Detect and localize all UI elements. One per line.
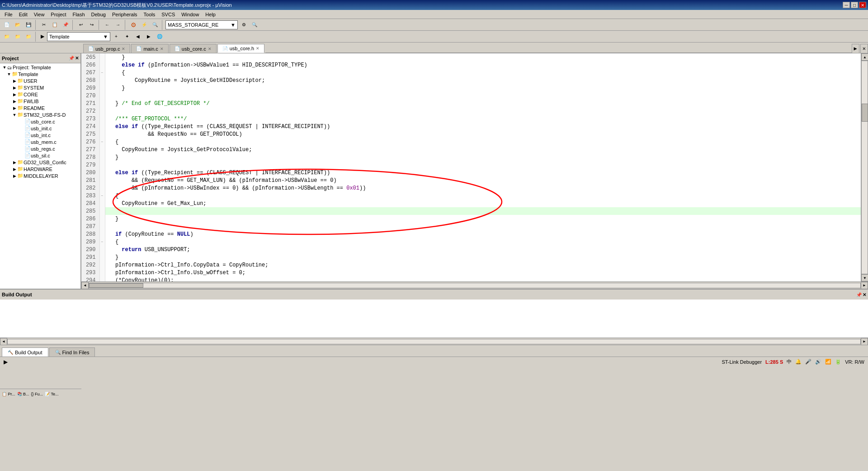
line-collapse[interactable] — [99, 115, 105, 123]
menu-view[interactable]: View — [31, 11, 47, 18]
tab-main-close[interactable]: ✕ — [160, 47, 164, 51]
line-collapse[interactable] — [99, 92, 105, 100]
tree-item-template[interactable]: ▼ 📁 Template — [1, 71, 80, 77]
menu-peripherals[interactable]: Peripherals — [109, 11, 140, 18]
line-collapse[interactable] — [99, 53, 105, 61]
bottom-pin-button[interactable]: 📌 — [856, 292, 862, 297]
menu-flash[interactable]: Flash — [70, 11, 88, 18]
line-collapse[interactable] — [99, 84, 105, 92]
bottom-close-button[interactable]: ✕ — [863, 292, 866, 297]
line-collapse[interactable] — [99, 169, 105, 176]
tree-item-gd32usb[interactable]: ▶ 📁 GD32_USB_Confic — [1, 159, 80, 166]
tab-usb-prop[interactable]: 📄 usb_prop.c ✕ — [83, 44, 130, 53]
minimize-button[interactable]: ─ — [843, 2, 850, 8]
tb2-btn3[interactable]: 📁 — [24, 32, 33, 42]
code-line[interactable] — [105, 107, 861, 115]
line-collapse[interactable] — [99, 223, 105, 230]
code-line[interactable]: else if ((Type_Recipient == (CLASS_REQUE… — [105, 169, 861, 176]
tree-expand-core[interactable]: ▶ — [12, 92, 17, 97]
tb-save[interactable]: 💾 — [24, 20, 33, 30]
close-button[interactable]: ✕ — [859, 2, 866, 8]
tree-expand-stm32usb[interactable]: ▼ — [12, 113, 17, 117]
tree-expand-project[interactable]: ▼ — [2, 65, 7, 70]
code-line[interactable]: && (pInformation->USBwIndex == 0) && (pI… — [105, 184, 861, 192]
tree-item-usb-sil-c[interactable]: 📄 usb_sil.c — [1, 152, 80, 159]
line-collapse[interactable]: − — [99, 192, 105, 200]
code-line[interactable]: { — [105, 192, 861, 200]
line-collapse[interactable] — [99, 107, 105, 115]
tree-expand-hardware[interactable]: ▶ — [12, 167, 17, 171]
tree-item-middlelayer[interactable]: ▶ 📁 MIDDLELAYER — [1, 172, 80, 179]
bottom-tab-find[interactable]: 🔍 Find In Files — [49, 347, 95, 357]
line-collapse[interactable] — [99, 76, 105, 84]
line-collapse[interactable] — [99, 184, 105, 192]
tb-search[interactable]: 🔍 — [250, 20, 259, 30]
tree-item-usb-mem-c[interactable]: 📄 usb_mem.c — [1, 138, 80, 145]
tree-item-readme[interactable]: ▶ 📁 README — [1, 105, 80, 111]
code-line[interactable]: } — [105, 215, 861, 223]
code-line[interactable]: (*CopyRoutine)(0); — [105, 276, 861, 281]
menu-debug[interactable]: Debug — [89, 11, 108, 18]
line-collapse[interactable] — [99, 207, 105, 215]
tb-load[interactable]: ⚡ — [139, 20, 149, 30]
line-collapse[interactable] — [99, 246, 105, 253]
code-line[interactable]: if (CopyRoutine == NULL) — [105, 230, 861, 238]
code-line[interactable]: return USB_UNSUPPORT; — [105, 246, 861, 253]
tree-item-hardware[interactable]: ▶ 📁 HARDWARE — [1, 166, 80, 172]
tb-debug[interactable]: 🔍 — [150, 20, 160, 30]
code-line[interactable]: CopyRoutine = Joystick_GetHIDDescriptor; — [105, 76, 861, 84]
code-line[interactable]: && (RequestNo == GET_MAX_LUN) && (pInfor… — [105, 176, 861, 184]
target-selector-1[interactable]: MASS_STORAGE_RE ▼ — [165, 20, 238, 29]
code-line[interactable] — [105, 161, 861, 169]
menu-window[interactable]: Window — [179, 11, 202, 18]
tb2-add[interactable]: + — [111, 32, 121, 42]
code-line[interactable]: CopyRoutine = Get_Max_Lun; — [105, 200, 861, 207]
scroll-track[interactable] — [861, 61, 868, 274]
tree-expand-user[interactable]: ▶ — [12, 79, 17, 83]
tree-item-usb-int-c[interactable]: 📄 usb_int.c — [1, 132, 80, 138]
bottom-hscroll-left[interactable]: ◀ — [0, 338, 7, 345]
code-line[interactable]: pInformation->Ctrl_Info.Usb_wOffset = 0; — [105, 269, 861, 276]
tab-usb-core-c[interactable]: 📄 usb_core.c ✕ — [170, 44, 217, 53]
hscroll-track[interactable] — [89, 283, 861, 288]
line-collapse[interactable] — [99, 146, 105, 153]
line-collapse[interactable] — [99, 261, 105, 269]
hscroll-thumb[interactable] — [89, 283, 143, 288]
tab-usb-core-c-close[interactable]: ✕ — [208, 47, 212, 51]
code-line[interactable] — [105, 207, 861, 215]
tb-open[interactable]: 📂 — [13, 20, 23, 30]
vertical-scrollbar[interactable]: ▲ ▼ — [861, 53, 868, 281]
tb-cut[interactable]: ✂ — [39, 20, 49, 30]
tb-redo[interactable]: ↪ — [87, 20, 97, 30]
tree-item-system[interactable]: ▶ 📁 SYSTEM — [1, 84, 80, 91]
line-collapse[interactable]: − — [99, 238, 105, 246]
code-line[interactable]: } — [105, 84, 861, 92]
tree-item-usb-init-c[interactable]: 📄 usb_init.c — [1, 125, 80, 132]
tb-build[interactable]: ⚙ — [128, 20, 138, 30]
tree-expand-middlelayer[interactable]: ▶ — [12, 174, 17, 178]
project-close-button[interactable]: ✕ — [75, 56, 79, 61]
tab-usb-core-h[interactable]: 📄 usb_core.h ✕ — [217, 44, 264, 53]
maximize-button[interactable]: □ — [851, 2, 858, 8]
line-collapse[interactable] — [99, 269, 105, 276]
line-collapse[interactable] — [99, 215, 105, 223]
tree-item-core[interactable]: ▶ 📁 CORE — [1, 91, 80, 98]
menu-tools[interactable]: Tools — [141, 11, 158, 18]
line-collapse[interactable] — [99, 100, 105, 107]
tree-expand-gd32usb[interactable]: ▶ — [12, 160, 17, 165]
code-line[interactable]: else if (pInformation->USBwValue1 == HID… — [105, 61, 861, 69]
line-collapse[interactable] — [99, 123, 105, 130]
status-start-icon[interactable]: ▶ — [4, 359, 8, 365]
line-collapse[interactable]: − — [99, 138, 105, 146]
tb2-btn2[interactable]: 📁 — [13, 32, 23, 42]
code-line[interactable]: && RequestNo == GET_PROTOCOL) — [105, 130, 861, 138]
code-line[interactable]: /*** GET_PROTOCOL ***/ — [105, 115, 861, 123]
menu-svcs[interactable]: SVCS — [159, 11, 178, 18]
tree-expand-fwlib[interactable]: ▶ — [12, 99, 17, 104]
line-collapse[interactable] — [99, 61, 105, 69]
code-line[interactable] — [105, 223, 861, 230]
code-line[interactable]: else if ((Type_Recipient == (CLASS_REQUE… — [105, 123, 861, 130]
scroll-up-btn[interactable]: ▲ — [861, 53, 868, 61]
h-scrollbar[interactable]: ◀ ▶ — [81, 281, 868, 289]
tb2-browse[interactable]: 🌐 — [155, 32, 165, 42]
